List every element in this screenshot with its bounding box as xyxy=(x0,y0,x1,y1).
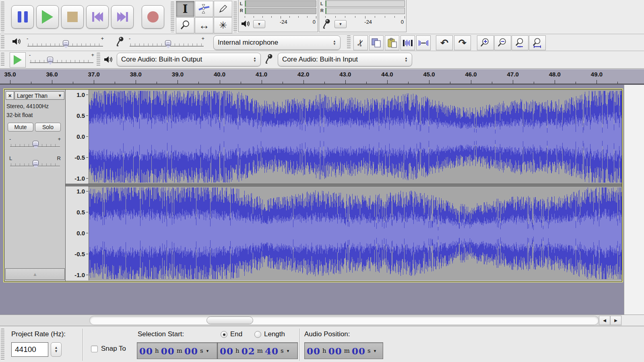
seconds-value[interactable]: 00 xyxy=(352,346,365,356)
meter-left-label: L xyxy=(240,1,243,6)
redo-button[interactable]: ↷ xyxy=(454,35,471,50)
output-device-select[interactable]: Core Audio: Built-in Output ▲▼ xyxy=(117,53,261,66)
slider-thumb[interactable] xyxy=(33,141,39,146)
edit-toolbar-grip[interactable] xyxy=(347,35,351,49)
timeline-ruler[interactable]: 35.036.037.038.039.040.041.042.043.044.0… xyxy=(0,69,644,84)
gain-slider[interactable]: - + xyxy=(9,139,61,149)
draw-tool-button[interactable] xyxy=(214,1,232,17)
radio-dot xyxy=(223,333,225,336)
scrollbar-thumb[interactable] xyxy=(206,317,253,324)
selection-start-field[interactable]: 00 h 00 m 00 s ▾ xyxy=(137,342,217,359)
hours-value[interactable]: 00 xyxy=(220,346,233,356)
mute-button[interactable]: Mute xyxy=(8,123,33,132)
seconds-value[interactable]: 00 xyxy=(184,346,198,356)
project-rate-input[interactable]: 44100 xyxy=(11,342,48,357)
mixer-toolbar-grip[interactable] xyxy=(1,35,4,49)
transcription-toolbar-grip[interactable] xyxy=(1,53,4,66)
envelope-tool-button[interactable] xyxy=(195,1,213,17)
stepper-down-icon: ▼ xyxy=(54,350,58,353)
play-button[interactable] xyxy=(36,5,59,29)
paste-button[interactable] xyxy=(385,35,399,50)
slider-thumb[interactable] xyxy=(63,40,69,45)
solo-button[interactable]: Solo xyxy=(35,123,61,132)
meter-left-label: L xyxy=(320,1,323,6)
zoom-out-button[interactable] xyxy=(494,35,511,50)
slider-thumb[interactable] xyxy=(165,40,171,45)
skip-to-end-button[interactable] xyxy=(111,5,134,29)
audio-position-field[interactable]: 00 h 00 m 00 s ▾ xyxy=(304,342,383,359)
playback-meter[interactable]: L R -24 0 ▼ xyxy=(238,0,318,32)
hours-value[interactable]: 00 xyxy=(307,346,320,356)
slider-thumb[interactable] xyxy=(47,57,53,62)
seconds-unit: s xyxy=(281,347,284,354)
pause-icon xyxy=(18,11,28,23)
playback-speed-slider[interactable]: - + xyxy=(29,55,94,65)
silence-audio-button[interactable] xyxy=(416,35,431,50)
pause-button[interactable] xyxy=(11,5,34,29)
trim-audio-button[interactable] xyxy=(400,35,415,50)
recording-meter[interactable]: L R -24 0 ▼ xyxy=(319,0,407,32)
skip-to-start-button[interactable] xyxy=(86,5,109,29)
playback-meter-dropdown[interactable]: ▼ xyxy=(253,20,265,28)
minutes-value[interactable]: 02 xyxy=(242,346,255,356)
play-at-speed-button[interactable] xyxy=(10,52,26,68)
record-button[interactable] xyxy=(142,5,164,29)
seconds-value[interactable]: 40 xyxy=(265,346,279,356)
tools-toolbar-grip[interactable] xyxy=(171,2,174,32)
scroll-right-button[interactable]: ▶ xyxy=(610,316,621,325)
waveform-channel-2[interactable] xyxy=(89,186,622,280)
vertical-ruler-channel-1[interactable]: 1.00.50.0-0.5-1.0 xyxy=(66,90,89,184)
amplitude-tick xyxy=(86,136,88,137)
length-radio[interactable] xyxy=(254,331,261,338)
zoom-tool-button[interactable] xyxy=(176,17,194,33)
time-format-dropdown-icon[interactable]: ▾ xyxy=(374,348,376,354)
redo-icon: ↷ xyxy=(458,37,466,49)
collapse-track-button[interactable]: ▲ xyxy=(5,268,65,280)
waveform-channel-1[interactable] xyxy=(89,90,622,184)
minutes-value[interactable]: 00 xyxy=(161,346,175,356)
time-format-dropdown-icon[interactable]: ▾ xyxy=(287,348,289,354)
zoom-in-button[interactable] xyxy=(477,35,494,50)
vertical-ruler-channel-2[interactable]: 1.00.50.0-0.5-1.0 xyxy=(66,186,89,280)
slider-plus-label: + xyxy=(91,52,94,58)
input-device-select[interactable]: Core Audio: Built-in Input ▲▼ xyxy=(278,53,412,66)
cut-button[interactable]: ✂ xyxy=(353,35,368,50)
time-format-dropdown-icon[interactable]: ▾ xyxy=(206,348,209,354)
close-track-button[interactable]: × xyxy=(6,91,14,100)
selection-tool-button[interactable]: I xyxy=(176,1,194,17)
vertical-scrollbar-track[interactable] xyxy=(624,85,644,315)
timeline-minor-tick xyxy=(324,82,325,84)
stop-button[interactable] xyxy=(61,5,84,29)
end-radio[interactable] xyxy=(221,331,227,338)
input-source-select[interactable]: Internal microphone ▲▼ xyxy=(213,35,341,50)
fit-project-button[interactable] xyxy=(529,35,546,50)
hours-value[interactable]: 00 xyxy=(139,346,153,356)
project-rate-stepper[interactable]: ▲ ▼ xyxy=(51,342,62,357)
track-title-menu[interactable]: Larger Than ▼ xyxy=(14,91,64,100)
timeline-label: 35.0 xyxy=(4,71,16,78)
timeshift-tool-button[interactable]: ↔ xyxy=(195,17,213,33)
scrollbar-track[interactable] xyxy=(89,316,599,325)
fit-selection-button[interactable] xyxy=(512,35,528,50)
scroll-left-button[interactable]: ◀ xyxy=(599,316,610,325)
length-radio-label: Length xyxy=(264,330,285,338)
copy-button[interactable] xyxy=(369,35,384,50)
device-toolbar-grip[interactable] xyxy=(97,53,100,66)
pencil-icon xyxy=(218,4,228,14)
undo-button[interactable]: ↶ xyxy=(436,35,453,50)
status-bar-grip[interactable] xyxy=(1,329,4,361)
pan-slider[interactable]: L R xyxy=(9,158,61,169)
recording-meter-dropdown[interactable]: ▼ xyxy=(334,20,347,28)
timeline-minor-tick xyxy=(534,82,534,84)
selection-end-field[interactable]: 00 h 02 m 40 s ▾ xyxy=(217,342,298,359)
snap-to-checkbox[interactable] xyxy=(91,346,98,352)
amplitude-tick xyxy=(86,254,88,254)
minutes-value[interactable]: 00 xyxy=(328,346,342,356)
transport-toolbar-grip[interactable] xyxy=(1,2,4,32)
slider-thumb[interactable] xyxy=(33,160,39,165)
output-volume-slider[interactable]: - + xyxy=(27,38,104,49)
meter-toolbar-grip[interactable] xyxy=(233,2,237,32)
input-volume-slider[interactable]: - + xyxy=(129,38,204,49)
status-bar: Project Rate (Hz): 44100 ▲ ▼ Snap To Sel… xyxy=(0,326,644,362)
multi-tool-button[interactable]: ✳ xyxy=(214,17,232,33)
